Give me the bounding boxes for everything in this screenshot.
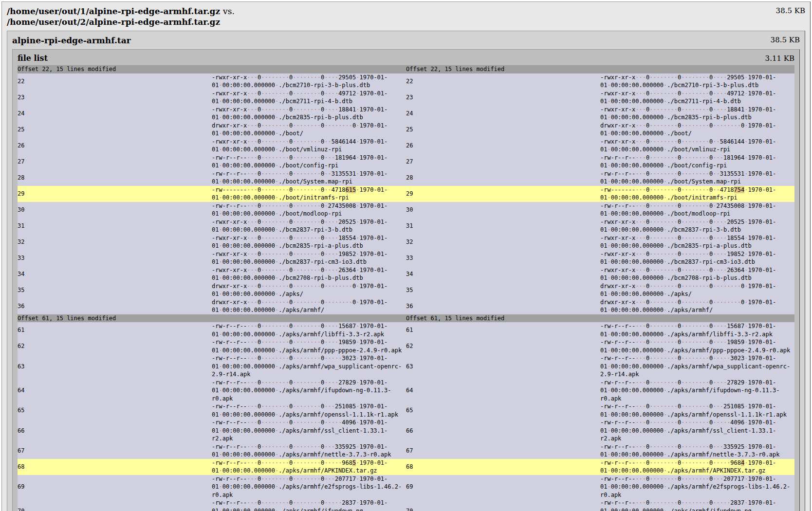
- space-dots: ········: [293, 403, 321, 410]
- space-dots: ········: [261, 186, 289, 193]
- space-dots: ·: [744, 299, 748, 306]
- space-dots: ·: [744, 170, 748, 177]
- space-dots: ·: [664, 508, 667, 511]
- line-content-right: -rw-r--r--···0········0········0···25108…: [600, 402, 794, 419]
- space-dots: ·: [744, 323, 748, 329]
- space-dots: ···: [247, 106, 258, 113]
- space-dots: ·: [664, 331, 667, 338]
- line-content-right: -rwxr-xr-x···0········0········0····2950…: [600, 73, 794, 90]
- space-dots: ········: [649, 403, 678, 410]
- hunk-header-right: Offset 22, 15 lines modified: [406, 65, 794, 73]
- space-dots: ········: [681, 459, 709, 466]
- space-dots: ········: [293, 122, 321, 129]
- space-dots: ·: [664, 483, 667, 490]
- space-dots: ·: [219, 114, 222, 121]
- space-dots: ·: [275, 194, 278, 201]
- space-dots: ·: [607, 508, 610, 511]
- space-dots: ·: [664, 347, 667, 354]
- line-number-left: 30: [18, 202, 212, 218]
- space-dots: ···: [635, 170, 646, 177]
- space-dots: ·····: [324, 499, 342, 506]
- space-dots: ····: [713, 323, 727, 329]
- space-dots: ···: [324, 475, 335, 482]
- space-dots: ·: [275, 291, 278, 297]
- space-dots: ·: [356, 90, 359, 97]
- space-dots: ····: [713, 219, 727, 225]
- line-number-left: 69: [18, 475, 212, 499]
- space-dots: ····: [713, 74, 727, 81]
- space-dots: ····: [713, 379, 727, 386]
- space-dots: ···: [324, 154, 335, 161]
- space-dots: ·: [607, 258, 610, 265]
- line-content-right: drwxr-xr-x···0········0········0········…: [600, 122, 794, 138]
- space-dots: ········: [681, 499, 709, 506]
- space-dots: ········: [681, 403, 709, 410]
- tar-filelist-size: 3.11 KB: [765, 54, 794, 63]
- line-number-right: 33: [406, 250, 600, 266]
- space-dots: ·: [744, 154, 748, 161]
- space-dots: ···: [324, 443, 335, 450]
- space-dots: ····: [713, 339, 727, 346]
- space-dots: ········: [293, 299, 321, 306]
- space-dots: ·: [275, 483, 278, 490]
- diff-row: 70-rw-r--r--···0········0········0·····2…: [18, 499, 794, 511]
- space-dots: ········: [649, 219, 678, 225]
- line-number-right: 26: [406, 138, 600, 154]
- space-dots: ·: [744, 251, 748, 257]
- line-number-right: 27: [406, 154, 600, 170]
- space-dots: ···: [635, 106, 646, 113]
- space-dots: ···: [635, 475, 646, 482]
- space-dots: ········: [681, 443, 709, 450]
- space-dots: ···: [247, 355, 258, 362]
- space-dots: ·····: [713, 459, 730, 466]
- section-tar: alpine-rpi-edge-armhf.tar 38.5 KB file l…: [7, 31, 805, 511]
- space-dots: ········: [261, 235, 289, 241]
- space-dots: ·: [607, 331, 610, 338]
- space-dots: ·: [219, 427, 222, 434]
- space-dots: ········: [293, 154, 321, 161]
- line-number-right: 63: [406, 354, 600, 379]
- space-dots: ········: [261, 219, 289, 225]
- line-content-right: -rwxr-xr-x···0········0········0··584614…: [600, 138, 794, 154]
- space-dots: ·: [664, 162, 667, 169]
- space-dots: ·····: [713, 355, 730, 362]
- space-dots: ········: [293, 251, 321, 257]
- space-dots: ·: [275, 130, 278, 137]
- space-dots: ·: [219, 483, 222, 490]
- space-dots: ········: [261, 106, 289, 113]
- space-dots: ········: [649, 379, 678, 386]
- space-dots: ········: [261, 323, 289, 329]
- space-dots: ········: [261, 202, 289, 209]
- line-content-left: drwxr-xr-x···0········0········0········…: [212, 298, 406, 314]
- line-content-right: -rw-r--r--···0········0········0····1568…: [600, 322, 794, 338]
- line-number-left: 61: [18, 322, 212, 338]
- space-dots: ·: [324, 202, 328, 209]
- space-dots: ········: [261, 267, 289, 274]
- space-dots: ·: [744, 267, 748, 274]
- space-dots: ········: [293, 379, 321, 386]
- space-dots: ········: [261, 170, 289, 177]
- line-content-left: -rwxr-xr-x···0········0········0··584614…: [212, 138, 406, 154]
- space-dots: ·: [607, 178, 610, 185]
- space-dots: ·····: [324, 419, 342, 426]
- space-dots: ····: [324, 90, 338, 97]
- space-dots: ·: [275, 226, 278, 233]
- space-dots: ········: [261, 443, 289, 450]
- line-number-left: 23: [18, 90, 212, 106]
- space-dots: ·: [607, 411, 610, 418]
- line-number-left: 32: [18, 234, 212, 250]
- space-dots: ·: [219, 387, 222, 394]
- space-dots: ········: [293, 106, 321, 113]
- line-content-right: -rw-r--r--···0········0········0····2782…: [600, 379, 794, 403]
- space-dots: ···: [247, 170, 258, 177]
- space-dots: ···: [635, 235, 646, 241]
- space-dots: ···: [635, 122, 646, 129]
- space-dots: ·: [664, 451, 667, 458]
- hunk-header-row: Offset 61, 15 lines modifiedOffset 61, 1…: [18, 314, 794, 323]
- line-number-left: 64: [18, 379, 212, 403]
- line-number-right: 61: [406, 322, 600, 338]
- line-number-right: 64: [406, 379, 600, 403]
- space-dots: ···: [247, 323, 258, 329]
- space-dots: ·: [356, 403, 359, 410]
- diff-row: 28-rw-r--r--···0········0········0··3135…: [18, 170, 794, 186]
